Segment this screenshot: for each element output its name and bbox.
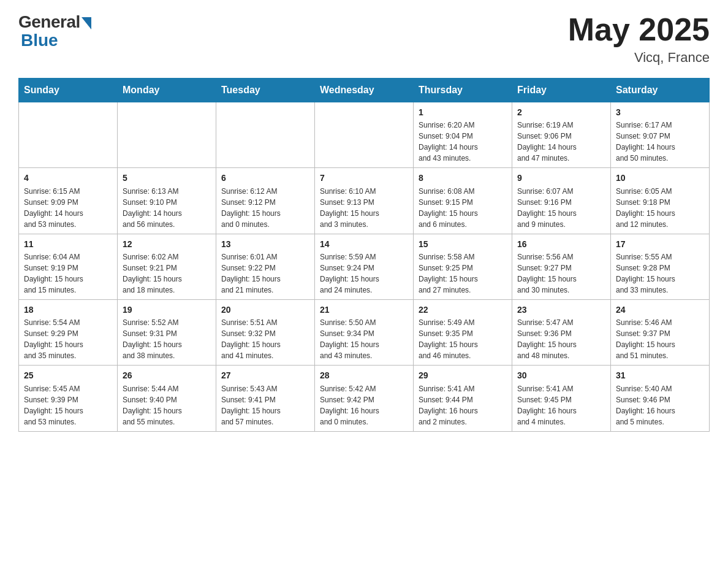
table-row: 25Sunrise: 5:45 AM Sunset: 9:39 PM Dayli…: [19, 366, 118, 431]
table-row: 13Sunrise: 6:01 AM Sunset: 9:22 PM Dayli…: [216, 234, 315, 299]
logo-blue-text: Blue: [21, 31, 58, 50]
col-friday: Friday: [512, 79, 611, 102]
table-row: 11Sunrise: 6:04 AM Sunset: 9:19 PM Dayli…: [19, 234, 118, 299]
table-row: [315, 102, 414, 168]
day-info: Sunrise: 6:05 AM Sunset: 9:18 PM Dayligh…: [616, 186, 704, 230]
day-info: Sunrise: 5:47 AM Sunset: 9:36 PM Dayligh…: [517, 317, 605, 361]
day-number: 8: [419, 172, 507, 184]
calendar-week-row: 4Sunrise: 6:15 AM Sunset: 9:09 PM Daylig…: [19, 168, 710, 234]
day-info: Sunrise: 5:58 AM Sunset: 9:25 PM Dayligh…: [419, 251, 507, 296]
table-row: 3Sunrise: 6:17 AM Sunset: 9:07 PM Daylig…: [611, 102, 710, 168]
logo-arrow-icon: [82, 17, 91, 29]
day-info: Sunrise: 5:55 AM Sunset: 9:28 PM Dayligh…: [616, 251, 704, 296]
location-text: Vicq, France: [568, 50, 710, 66]
day-number: 9: [517, 172, 605, 184]
table-row: 24Sunrise: 5:46 AM Sunset: 9:37 PM Dayli…: [611, 300, 710, 366]
day-info: Sunrise: 5:52 AM Sunset: 9:31 PM Dayligh…: [123, 317, 211, 361]
day-info: Sunrise: 5:46 AM Sunset: 9:37 PM Dayligh…: [616, 317, 704, 361]
day-number: 5: [123, 172, 211, 184]
title-section: May 2025 Vicq, France: [568, 12, 710, 66]
day-number: 31: [616, 369, 704, 381]
table-row: 30Sunrise: 5:41 AM Sunset: 9:45 PM Dayli…: [512, 366, 611, 431]
table-row: 29Sunrise: 5:41 AM Sunset: 9:44 PM Dayli…: [414, 366, 512, 431]
day-number: 7: [320, 172, 408, 184]
day-number: 24: [616, 304, 704, 316]
day-number: 17: [616, 238, 704, 250]
day-info: Sunrise: 5:43 AM Sunset: 9:41 PM Dayligh…: [221, 383, 309, 427]
day-number: 22: [419, 304, 507, 316]
day-number: 3: [616, 106, 704, 118]
day-number: 15: [419, 238, 507, 250]
day-info: Sunrise: 5:54 AM Sunset: 9:29 PM Dayligh…: [24, 317, 112, 361]
table-row: 7Sunrise: 6:10 AM Sunset: 9:13 PM Daylig…: [315, 168, 414, 234]
day-number: 28: [320, 369, 408, 381]
logo: General Blue: [18, 12, 91, 50]
day-info: Sunrise: 5:41 AM Sunset: 9:45 PM Dayligh…: [517, 383, 605, 427]
day-info: Sunrise: 6:19 AM Sunset: 9:06 PM Dayligh…: [517, 120, 605, 164]
calendar-week-row: 18Sunrise: 5:54 AM Sunset: 9:29 PM Dayli…: [19, 300, 710, 366]
day-number: 27: [221, 369, 309, 381]
table-row: 8Sunrise: 6:08 AM Sunset: 9:15 PM Daylig…: [414, 168, 512, 234]
day-number: 11: [24, 238, 112, 250]
calendar-week-row: 25Sunrise: 5:45 AM Sunset: 9:39 PM Dayli…: [19, 366, 710, 431]
table-row: 15Sunrise: 5:58 AM Sunset: 9:25 PM Dayli…: [414, 234, 512, 299]
table-row: 1Sunrise: 6:20 AM Sunset: 9:04 PM Daylig…: [414, 102, 512, 168]
table-row: 31Sunrise: 5:40 AM Sunset: 9:46 PM Dayli…: [611, 366, 710, 431]
table-row: 10Sunrise: 6:05 AM Sunset: 9:18 PM Dayli…: [611, 168, 710, 234]
table-row: 27Sunrise: 5:43 AM Sunset: 9:41 PM Dayli…: [216, 366, 315, 431]
day-info: Sunrise: 5:56 AM Sunset: 9:27 PM Dayligh…: [517, 251, 605, 296]
day-number: 6: [221, 172, 309, 184]
col-monday: Monday: [118, 79, 216, 102]
day-info: Sunrise: 6:15 AM Sunset: 9:09 PM Dayligh…: [24, 186, 112, 230]
day-info: Sunrise: 6:01 AM Sunset: 9:22 PM Dayligh…: [221, 251, 309, 296]
col-saturday: Saturday: [611, 79, 710, 102]
day-info: Sunrise: 6:07 AM Sunset: 9:16 PM Dayligh…: [517, 186, 605, 230]
day-number: 16: [517, 238, 605, 250]
day-number: 4: [24, 172, 112, 184]
day-number: 14: [320, 238, 408, 250]
table-row: 21Sunrise: 5:50 AM Sunset: 9:34 PM Dayli…: [315, 300, 414, 366]
day-number: 12: [123, 238, 211, 250]
table-row: 9Sunrise: 6:07 AM Sunset: 9:16 PM Daylig…: [512, 168, 611, 234]
day-number: 2: [517, 106, 605, 118]
day-info: Sunrise: 6:08 AM Sunset: 9:15 PM Dayligh…: [419, 186, 507, 230]
day-number: 19: [123, 304, 211, 316]
logo-general-text: General: [18, 12, 80, 32]
table-row: 19Sunrise: 5:52 AM Sunset: 9:31 PM Dayli…: [118, 300, 216, 366]
day-number: 18: [24, 304, 112, 316]
table-row: 22Sunrise: 5:49 AM Sunset: 9:35 PM Dayli…: [414, 300, 512, 366]
day-info: Sunrise: 5:41 AM Sunset: 9:44 PM Dayligh…: [419, 383, 507, 427]
table-row: 4Sunrise: 6:15 AM Sunset: 9:09 PM Daylig…: [19, 168, 118, 234]
day-info: Sunrise: 5:51 AM Sunset: 9:32 PM Dayligh…: [221, 317, 309, 361]
day-info: Sunrise: 5:49 AM Sunset: 9:35 PM Dayligh…: [419, 317, 507, 361]
table-row: [118, 102, 216, 168]
table-row: [19, 102, 118, 168]
day-number: 1: [419, 106, 507, 118]
calendar-week-row: 11Sunrise: 6:04 AM Sunset: 9:19 PM Dayli…: [19, 234, 710, 299]
day-info: Sunrise: 6:12 AM Sunset: 9:12 PM Dayligh…: [221, 186, 309, 230]
month-year-title: May 2025: [568, 12, 710, 47]
day-number: 13: [221, 238, 309, 250]
table-row: 6Sunrise: 6:12 AM Sunset: 9:12 PM Daylig…: [216, 168, 315, 234]
table-row: 17Sunrise: 5:55 AM Sunset: 9:28 PM Dayli…: [611, 234, 710, 299]
day-number: 30: [517, 369, 605, 381]
col-wednesday: Wednesday: [315, 79, 414, 102]
table-row: 18Sunrise: 5:54 AM Sunset: 9:29 PM Dayli…: [19, 300, 118, 366]
day-info: Sunrise: 6:13 AM Sunset: 9:10 PM Dayligh…: [123, 186, 211, 230]
table-row: 14Sunrise: 5:59 AM Sunset: 9:24 PM Dayli…: [315, 234, 414, 299]
day-info: Sunrise: 6:04 AM Sunset: 9:19 PM Dayligh…: [24, 251, 112, 296]
day-info: Sunrise: 5:44 AM Sunset: 9:40 PM Dayligh…: [123, 383, 211, 427]
day-info: Sunrise: 5:45 AM Sunset: 9:39 PM Dayligh…: [24, 383, 112, 427]
day-info: Sunrise: 5:59 AM Sunset: 9:24 PM Dayligh…: [320, 251, 408, 296]
table-row: 26Sunrise: 5:44 AM Sunset: 9:40 PM Dayli…: [118, 366, 216, 431]
calendar-header-row: Sunday Monday Tuesday Wednesday Thursday…: [19, 79, 710, 102]
table-row: 2Sunrise: 6:19 AM Sunset: 9:06 PM Daylig…: [512, 102, 611, 168]
col-tuesday: Tuesday: [216, 79, 315, 102]
table-row: 5Sunrise: 6:13 AM Sunset: 9:10 PM Daylig…: [118, 168, 216, 234]
day-number: 23: [517, 304, 605, 316]
day-info: Sunrise: 5:40 AM Sunset: 9:46 PM Dayligh…: [616, 383, 704, 427]
calendar-table: Sunday Monday Tuesday Wednesday Thursday…: [18, 78, 710, 431]
day-info: Sunrise: 6:10 AM Sunset: 9:13 PM Dayligh…: [320, 186, 408, 230]
day-number: 20: [221, 304, 309, 316]
col-sunday: Sunday: [19, 79, 118, 102]
